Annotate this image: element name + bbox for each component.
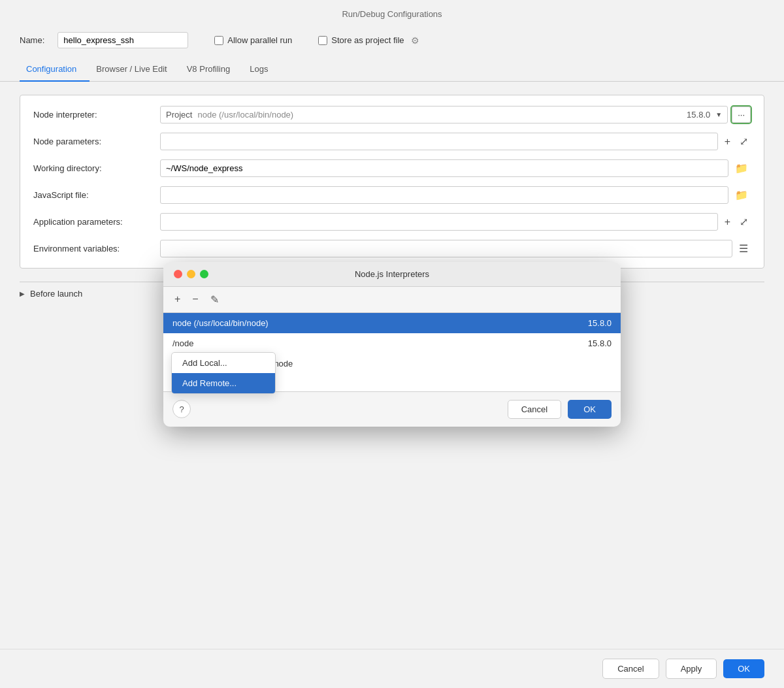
traffic-lights (174, 270, 208, 278)
modal-ok-button[interactable]: OK (568, 400, 612, 419)
modal-cancel-button[interactable]: Cancel (508, 400, 561, 419)
help-button[interactable]: ? (172, 400, 191, 418)
interpreter-path-text: node (/usr/local/bin/node) (172, 318, 269, 328)
node-interpreters-dialog: Node.js Interpreters + − ✎ Add Local... … (163, 262, 621, 427)
main-dialog: Run/Debug Configurations Name: Allow par… (0, 0, 784, 688)
close-traffic-light[interactable] (174, 270, 182, 278)
edit-interpreter-button[interactable]: ✎ (207, 292, 222, 307)
modal-footer: ? Cancel OK (163, 391, 621, 427)
minimize-traffic-light[interactable] (187, 270, 195, 278)
interpreter-list-item[interactable]: /node 15.8.0 (163, 333, 621, 353)
add-remote-menu-item[interactable]: Add Remote... (172, 373, 275, 393)
remove-interpreter-button[interactable]: − (189, 292, 201, 306)
interpreter-path-text: /node (172, 338, 194, 348)
add-interpreter-button[interactable]: + (171, 292, 184, 306)
interpreter-list-item[interactable]: node (/usr/local/bin/node) 15.8.0 (163, 313, 621, 333)
interpreter-version-badge: 15.8.0 (588, 318, 612, 328)
maximize-traffic-light[interactable] (200, 270, 208, 278)
modal-footer-buttons: Cancel OK (508, 400, 612, 419)
add-local-menu-item[interactable]: Add Local... (172, 353, 275, 373)
context-menu: Add Local... Add Remote... (171, 352, 276, 394)
modal-title-bar: Node.js Interpreters (163, 262, 621, 287)
modal-toolbar: + − ✎ Add Local... Add Remote... (163, 287, 621, 313)
modal-overlay: Node.js Interpreters + − ✎ Add Local... … (0, 0, 784, 688)
interpreter-version-badge: 15.8.0 (588, 338, 612, 348)
modal-title-text: Node.js Interpreters (355, 269, 429, 279)
